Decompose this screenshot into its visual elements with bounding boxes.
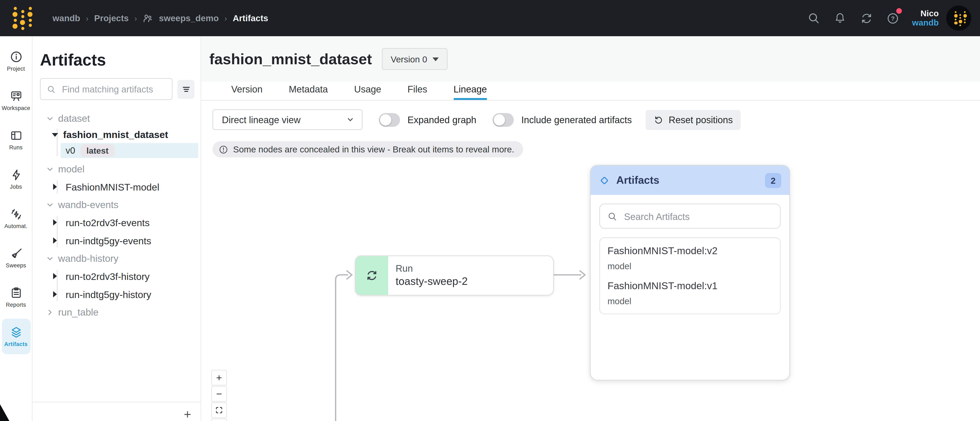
search-icon bbox=[47, 84, 56, 94]
notification-dot bbox=[896, 8, 902, 14]
user-org: wandb bbox=[912, 18, 939, 27]
sidebar-search-row bbox=[40, 78, 194, 100]
run-cycle-icon bbox=[365, 268, 379, 283]
lightning-icon bbox=[9, 168, 23, 182]
artifact-tree: dataset fashion_mnist_dataset v0 latest … bbox=[40, 111, 194, 321]
sidebar-item-sweeps[interactable]: Sweeps bbox=[2, 240, 30, 276]
app-window: wandb › Projects › sweeps_demo › Artifac… bbox=[0, 0, 980, 421]
search-input[interactable] bbox=[61, 83, 167, 95]
chevron-right-icon bbox=[46, 308, 54, 316]
tree-group-wandb-events[interactable]: wandb-events bbox=[40, 197, 194, 213]
sidebar-item-project[interactable]: Project bbox=[2, 43, 30, 79]
add-panel-button[interactable]: + bbox=[180, 406, 196, 421]
sidebar-item-artifacts[interactable]: Artifacts bbox=[2, 319, 30, 354]
artifact-type: model bbox=[608, 261, 773, 271]
artifact-list-item[interactable]: FashionMNIST-model:v2 model bbox=[608, 246, 773, 271]
help-icon[interactable]: ? bbox=[880, 5, 905, 31]
latest-tag: latest bbox=[81, 145, 114, 157]
tree-item-label: fashion_mnist_dataset bbox=[63, 129, 168, 141]
extra-graph-button[interactable] bbox=[211, 419, 227, 421]
run-node[interactable]: Run toasty-sweep-2 bbox=[355, 256, 554, 295]
runs-table-icon bbox=[9, 129, 23, 143]
tab-files[interactable]: Files bbox=[395, 82, 440, 100]
expanded-graph-toggle[interactable] bbox=[379, 113, 400, 127]
zoom-in-button[interactable]: + bbox=[211, 370, 227, 386]
sidebar-item-automations[interactable]: Automat. bbox=[2, 201, 30, 236]
lineage-view-select[interactable]: Direct lineage view bbox=[212, 110, 363, 130]
filter-button[interactable] bbox=[177, 80, 194, 98]
artifacts-panel-body: FashionMNIST-model:v2 model FashionMNIST… bbox=[590, 195, 789, 323]
sidebar-item-runs[interactable]: Runs bbox=[2, 122, 30, 157]
tree-group-label: run_table bbox=[58, 307, 99, 318]
tree-item-fashionmnist-model[interactable]: FashionMNIST-model bbox=[40, 179, 194, 195]
artifact-list-item[interactable]: FashionMNIST-model:v1 model bbox=[608, 281, 773, 306]
navbar-actions: ? Nico wandb bbox=[801, 5, 971, 31]
automation-icon bbox=[9, 207, 23, 221]
search-icon[interactable] bbox=[801, 5, 827, 31]
chevron-down-icon bbox=[46, 115, 54, 122]
tree-item-run-indtg5gy-history[interactable]: run-indtg5gy-history bbox=[40, 286, 194, 303]
tab-version[interactable]: Version bbox=[218, 82, 276, 100]
notifications-bell-icon[interactable] bbox=[827, 5, 853, 31]
alert-circle-icon bbox=[219, 145, 228, 154]
broom-icon bbox=[9, 247, 23, 261]
version-dropdown-button[interactable]: Version 0 bbox=[382, 48, 448, 70]
include-generated-toggle[interactable] bbox=[492, 113, 514, 127]
fit-view-button[interactable] bbox=[211, 402, 227, 418]
sidebar-item-jobs[interactable]: Jobs bbox=[2, 161, 30, 197]
triangle-right-icon bbox=[53, 219, 57, 226]
avatar[interactable] bbox=[946, 6, 971, 30]
breadcrumb-entity[interactable]: wandb bbox=[52, 13, 80, 23]
tree-group-run-table[interactable]: run_table bbox=[40, 304, 194, 321]
layers-icon bbox=[9, 326, 23, 339]
sync-refresh-icon[interactable] bbox=[853, 5, 880, 31]
user-block[interactable]: Nico wandb bbox=[912, 9, 939, 27]
artifacts-count-badge: 2 bbox=[765, 173, 781, 188]
fullscreen-icon bbox=[215, 406, 223, 414]
rail-label: Artifacts bbox=[4, 341, 28, 347]
artifacts-search-input[interactable] bbox=[623, 210, 774, 222]
banner-text: Some nodes are concealed in this view - … bbox=[233, 145, 514, 154]
wandb-logo-icon[interactable] bbox=[13, 7, 29, 29]
tree-item-v0-selected[interactable]: v0 latest bbox=[60, 143, 198, 158]
tree-item-label: FashionMNIST-model bbox=[65, 181, 159, 193]
sidebar-item-reports[interactable]: Reports bbox=[2, 279, 30, 315]
tab-metadata[interactable]: Metadata bbox=[276, 82, 341, 100]
chevron-down-icon bbox=[46, 165, 54, 173]
breadcrumb-projects[interactable]: Projects bbox=[94, 13, 129, 23]
artifacts-group-node[interactable]: Artifacts 2 FashionMNIST-model:v2 model … bbox=[590, 165, 790, 380]
reset-icon bbox=[654, 115, 664, 125]
rail-label: Automat. bbox=[4, 223, 27, 229]
tree-item-label: run-indtg5gy-history bbox=[65, 289, 151, 300]
page-title: fashion_mnist_dataset bbox=[209, 50, 372, 68]
version-dropdown-label: Version 0 bbox=[391, 54, 427, 64]
tree-item-run-indtg5gy-events[interactable]: run-indtg5gy-events bbox=[40, 232, 194, 249]
artifacts-search-field[interactable] bbox=[600, 204, 781, 229]
reset-positions-button[interactable]: Reset positions bbox=[646, 110, 741, 130]
sidebar-item-workspace[interactable]: Workspace bbox=[2, 83, 30, 118]
tree-item-fashion-mnist-dataset[interactable]: fashion_mnist_dataset bbox=[40, 127, 194, 143]
main-content: fashion_mnist_dataset Version 0 Version … bbox=[201, 36, 980, 421]
rail-label: Sweeps bbox=[6, 262, 26, 268]
tree-group-dataset[interactable]: dataset bbox=[40, 111, 194, 127]
tree-group-label: dataset bbox=[58, 113, 90, 124]
artifact-search-field[interactable] bbox=[40, 78, 172, 100]
breadcrumb-artifacts[interactable]: Artifacts bbox=[233, 13, 268, 23]
zoom-out-button[interactable]: − bbox=[211, 386, 227, 402]
rail-label: Reports bbox=[6, 302, 26, 308]
tree-group-wandb-history[interactable]: wandb-history bbox=[40, 251, 194, 267]
tree-group-label: wandb-history bbox=[58, 253, 118, 264]
include-generated-control: Include generated artifacts bbox=[492, 113, 632, 127]
tab-lineage[interactable]: Lineage bbox=[440, 82, 500, 100]
tree-item-run-to2rdv3f-events[interactable]: run-to2rdv3f-events bbox=[40, 214, 194, 231]
tree-group-model[interactable]: model bbox=[40, 161, 194, 178]
tab-usage[interactable]: Usage bbox=[341, 82, 395, 100]
triangle-right-icon bbox=[53, 273, 57, 279]
triangle-down-icon bbox=[52, 133, 58, 137]
lineage-toolbar: Direct lineage view Expanded graph Inclu… bbox=[212, 110, 741, 130]
breadcrumb-project-name[interactable]: sweeps_demo bbox=[159, 13, 219, 23]
tree-item-run-to2rdv3f-history[interactable]: run-to2rdv3f-history bbox=[40, 268, 194, 285]
run-node-icon-strip bbox=[356, 256, 388, 295]
left-nav-rail: Project Workspace Runs Jobs Automat. Swe… bbox=[0, 36, 33, 421]
triangle-right-icon bbox=[53, 237, 57, 244]
